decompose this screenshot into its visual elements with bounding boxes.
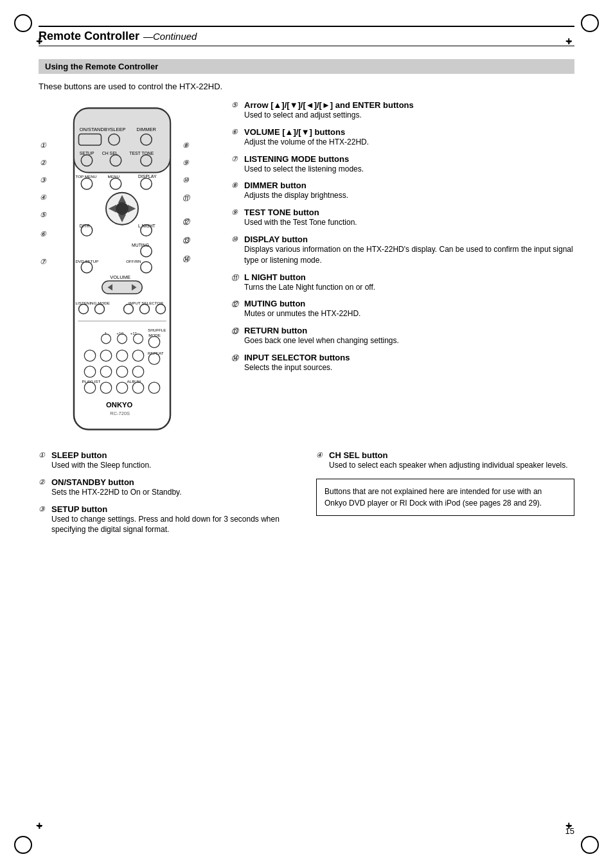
- item-title: VOLUME [▲]/[▼] buttons: [244, 127, 369, 137]
- svg-point-71: [116, 382, 128, 394]
- corner-decoration-tl: [14, 14, 32, 32]
- note-box: Buttons that are not explained here are …: [316, 479, 574, 516]
- svg-text:ONKYO: ONKYO: [106, 401, 133, 409]
- svg-point-58: [100, 350, 112, 362]
- item-number: ⑧: [231, 181, 242, 190]
- item-title: MUTING button: [244, 299, 360, 308]
- crosshair-tr: +: [567, 37, 576, 46]
- svg-point-34: [81, 261, 93, 273]
- item-content: Arrow [▲]/[▼]/[◄]/[►] and ENTER buttons …: [244, 100, 414, 121]
- right-list-item: ⑨ TEST TONE button Used with the Test To…: [231, 208, 574, 228]
- right-list-item: ⑫ MUTING button Mutes or unmutes the HTX…: [231, 299, 574, 319]
- right-list-item: ⑤ Arrow [▲]/[▼]/[◄]/[►] and ENTER button…: [231, 100, 574, 121]
- svg-point-65: [116, 366, 128, 378]
- item-number: ⑨: [231, 208, 242, 217]
- item-desc: Used to select and adjust settings.: [244, 110, 414, 121]
- item-content: DISPLAY button Displays various informat…: [244, 235, 574, 266]
- item-desc: Selects the input sources.: [244, 362, 350, 373]
- callout-numbers-right: ⑧ ⑨ ⑩ ⑪ ⑫ ⑬ ⑭: [182, 141, 190, 264]
- corner-decoration-br: [581, 836, 599, 854]
- svg-point-17: [81, 178, 93, 190]
- svg-point-60: [132, 350, 144, 362]
- intro-text: These buttons are used to control the HT…: [39, 82, 574, 91]
- svg-point-43: [95, 305, 105, 314]
- svg-point-19: [141, 178, 152, 190]
- item-title: RETURN button: [244, 326, 399, 335]
- bottom-list-item: ② ON/STANDBY button Sets the HTX-22HD to…: [39, 477, 297, 498]
- right-list-item: ⑪ L NIGHT button Turns the Late Night fu…: [231, 272, 574, 293]
- callout-numbers-left: ① ② ③ ④ ⑤ ⑥ ⑦: [40, 141, 46, 266]
- bottom-list-item: ③ SETUP button Used to change settings. …: [39, 504, 297, 536]
- remote-svg: ON/STANDBY SLEEP DIMMER SETUP CH SEL TES…: [58, 100, 186, 438]
- svg-point-35: [141, 261, 152, 273]
- svg-point-25: [116, 202, 129, 215]
- svg-text:RC-720S: RC-720S: [110, 411, 130, 416]
- svg-point-69: [84, 382, 96, 394]
- svg-point-66: [132, 366, 144, 378]
- crosshair-bl: +: [37, 822, 46, 831]
- item-desc: Displays various information on the HTX-…: [244, 244, 574, 266]
- right-list-item: ⑧ DIMMER button Adjusts the display brig…: [231, 181, 574, 201]
- svg-point-42: [79, 305, 89, 314]
- item-desc: Used to select each speaker when adjusti…: [329, 460, 568, 471]
- svg-point-45: [140, 305, 150, 314]
- svg-text:PLAYLIST: PLAYLIST: [82, 379, 101, 384]
- item-number: ⑩: [231, 235, 242, 244]
- item-content: VOLUME [▲]/[▼] buttons Adjust the volume…: [244, 127, 369, 148]
- svg-point-44: [124, 305, 134, 314]
- svg-point-57: [84, 350, 96, 362]
- item-desc: Used to select the listening modes.: [244, 164, 364, 175]
- crosshair-tl: +: [37, 37, 46, 46]
- svg-point-53: [134, 334, 143, 344]
- svg-text:1: 1: [105, 331, 107, 335]
- svg-point-59: [116, 350, 128, 362]
- page-number: 15: [565, 826, 574, 836]
- item-title: ON/STANDBY button: [51, 477, 182, 487]
- svg-point-18: [110, 178, 121, 190]
- svg-text:DIMMER: DIMMER: [137, 127, 157, 132]
- section-heading: Using the Remote Controller: [39, 59, 574, 74]
- svg-text:L NIGHT: L NIGHT: [138, 224, 156, 228]
- item-desc: Used to change settings. Press and hold …: [51, 514, 297, 536]
- svg-point-73: [148, 382, 160, 394]
- item-title: TEST TONE button: [244, 208, 357, 217]
- item-title: LISTENING MODE buttons: [244, 154, 364, 164]
- bottom-items: ① SLEEP button Used with the Sleep funct…: [39, 450, 574, 542]
- item-number: ⑬: [231, 326, 242, 336]
- item-desc: Adjusts the display brightness.: [244, 190, 348, 201]
- item-number: ⑦: [231, 155, 242, 163]
- item-content: L NIGHT button Turns the Late Night func…: [244, 272, 375, 293]
- svg-text:TEST TONE: TEST TONE: [129, 151, 154, 155]
- svg-text:OFF/RN: OFF/RN: [126, 259, 141, 263]
- item-desc: Turns the Late Night function on or off.: [244, 282, 375, 293]
- item-title: Arrow [▲]/[▼]/[◄]/[►] and ENTER buttons: [244, 100, 414, 110]
- item-desc: Used with the Test Tone function.: [244, 217, 357, 228]
- item-title: DIMMER button: [244, 181, 348, 190]
- right-list-item: ⑦ LISTENING MODE buttons Used to select …: [231, 154, 574, 175]
- item-content: MUTING button Mutes or unmutes the HTX-2…: [244, 299, 360, 319]
- svg-text:MUTING: MUTING: [132, 243, 149, 247]
- item-desc: Goes back one level when changing settin…: [244, 335, 399, 346]
- item-title: INPUT SELECTOR buttons: [244, 353, 350, 362]
- right-descriptions: ⑤ Arrow [▲]/[▼]/[◄]/[►] and ENTER button…: [231, 100, 574, 438]
- svg-text:SLEEP: SLEEP: [110, 127, 125, 132]
- svg-point-64: [100, 366, 112, 378]
- svg-point-72: [132, 382, 144, 394]
- svg-point-70: [100, 382, 112, 394]
- svg-point-63: [84, 366, 96, 378]
- bottom-col-2: ④ CH SEL button Used to select each spea…: [316, 450, 574, 542]
- svg-text:ALBUM: ALBUM: [127, 379, 141, 384]
- item-content: LISTENING MODE buttons Used to select th…: [244, 154, 364, 175]
- right-item-list: ⑤ Arrow [▲]/[▼]/[◄]/[►] and ENTER button…: [231, 100, 574, 373]
- svg-point-31: [141, 245, 152, 257]
- remote-container: ON/STANDBY SLEEP DIMMER SETUP CH SEL TES…: [39, 100, 206, 438]
- svg-text:ON/STANDBY: ON/STANDBY: [80, 127, 111, 132]
- bottom-list-item: ④ CH SEL button Used to select each spea…: [316, 450, 574, 471]
- page: + + + + Remote Controller —Continued Usi…: [0, 0, 613, 868]
- item-content: INPUT SELECTOR buttons Selects the input…: [244, 353, 350, 373]
- item-number: ⑭: [231, 353, 242, 363]
- item-desc: Mutes or unmutes the HTX-22HD.: [244, 308, 360, 319]
- item-number: ⑫: [231, 299, 242, 309]
- bottom-list-item: ① SLEEP button Used with the Sleep funct…: [39, 450, 297, 471]
- corner-decoration-tr: [581, 14, 599, 32]
